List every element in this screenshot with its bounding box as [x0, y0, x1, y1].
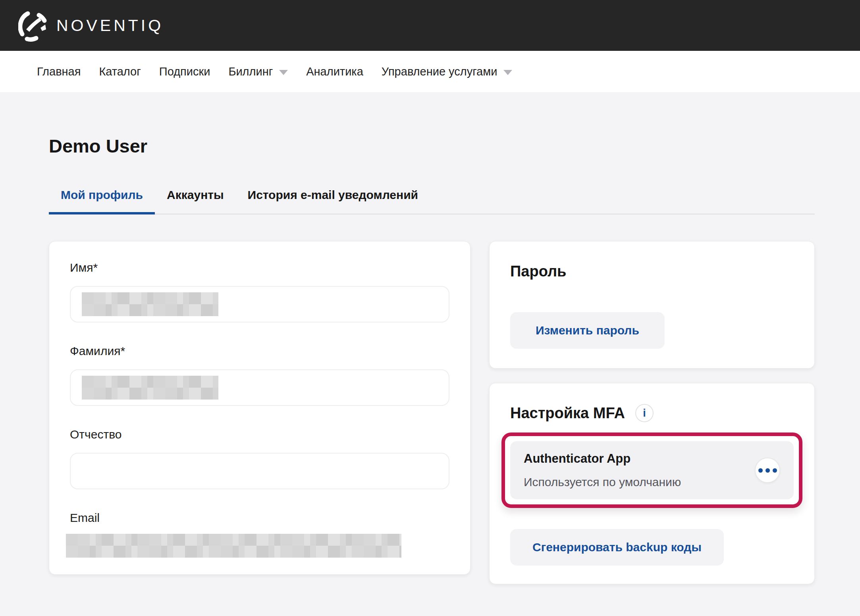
middle-name-input[interactable] — [70, 453, 449, 489]
noventiq-logo-icon — [18, 9, 49, 42]
nav-item-catalog[interactable]: Каталог — [99, 65, 141, 78]
nav-item-home[interactable]: Главная — [37, 65, 81, 78]
mfa-method-name: Authenticator App — [524, 452, 681, 466]
ellipsis-dot-icon — [758, 468, 763, 473]
mfa-method-highlight-annotation: Authenticator App Используется по умолча… — [501, 433, 802, 508]
change-password-button[interactable]: Изменить пароль — [510, 312, 665, 349]
mfa-method-options-button[interactable] — [755, 458, 780, 483]
noventiq-logo[interactable]: NOVENTIQ — [18, 9, 164, 42]
email-field-group: Email — [70, 511, 449, 558]
mfa-settings-card: Настройка MFA i Authenticator App Исполь… — [489, 383, 815, 584]
first-name-field-group: Имя* — [70, 261, 449, 322]
mfa-method-texts: Authenticator App Используется по умолча… — [524, 452, 681, 489]
password-card: Пароль Изменить пароль — [489, 241, 815, 369]
mfa-method-row: Authenticator App Используется по умолча… — [510, 441, 794, 499]
nav-item-subscriptions[interactable]: Подписки — [159, 65, 210, 78]
last-name-field-group: Фамилия* — [70, 344, 449, 406]
middle-name-field-group: Отчество — [70, 427, 449, 489]
email-label: Email — [70, 511, 449, 525]
nav-item-label: Главная — [37, 65, 81, 78]
last-name-label: Фамилия* — [70, 344, 449, 358]
chevron-down-icon — [503, 70, 512, 75]
tab-accounts[interactable]: Аккаунты — [155, 188, 236, 214]
nav-item-label: Биллинг — [228, 65, 273, 78]
profile-form-card: Имя* Фамилия* Отчество Email — [49, 241, 470, 575]
nav-item-analytics[interactable]: Аналитика — [306, 65, 363, 78]
redacted-first-name-value — [82, 292, 218, 316]
right-column: Пароль Изменить пароль Настройка MFA i A… — [489, 241, 815, 584]
redacted-last-name-value — [82, 376, 218, 400]
nav-item-label: Каталог — [99, 65, 141, 78]
noventiq-logo-text: NOVENTIQ — [56, 17, 164, 34]
first-name-label: Имя* — [70, 261, 449, 275]
nav-item-label: Аналитика — [306, 65, 363, 78]
mfa-method-status: Используется по умолчанию — [524, 475, 681, 489]
password-card-title: Пароль — [510, 262, 794, 280]
two-column-layout: Имя* Фамилия* Отчество Email — [49, 241, 815, 584]
ellipsis-dot-icon — [766, 468, 770, 473]
profile-tabs: Мой профиль Аккаунты История e-mail увед… — [49, 188, 815, 214]
nav-item-billing[interactable]: Биллинг — [228, 65, 288, 78]
top-header-bar: NOVENTIQ — [0, 0, 860, 51]
page-title: Demo User — [49, 135, 815, 157]
mfa-title-row: Настройка MFA i — [510, 404, 794, 422]
ellipsis-dot-icon — [773, 468, 777, 473]
last-name-input[interactable] — [70, 369, 449, 406]
nav-item-label: Управление услугами — [382, 65, 497, 78]
nav-item-service-management[interactable]: Управление услугами — [382, 65, 513, 78]
chevron-down-icon — [279, 70, 288, 75]
middle-name-label: Отчество — [70, 427, 449, 442]
profile-page: NOVENTIQ Главная Каталог Подписки Биллин… — [0, 0, 860, 616]
first-name-input[interactable] — [70, 286, 449, 322]
main-navigation: Главная Каталог Подписки Биллинг Аналити… — [0, 51, 860, 92]
info-icon[interactable]: i — [635, 404, 654, 422]
redacted-email-value — [66, 534, 401, 558]
page-content: Demo User Мой профиль Аккаунты История e… — [0, 135, 860, 584]
mfa-card-title: Настройка MFA — [510, 404, 625, 422]
tab-email-history[interactable]: История e-mail уведомлений — [236, 188, 430, 214]
tab-my-profile[interactable]: Мой профиль — [49, 188, 155, 214]
generate-backup-codes-button[interactable]: Сгенерировать backup коды — [510, 529, 724, 566]
nav-item-label: Подписки — [159, 65, 210, 78]
